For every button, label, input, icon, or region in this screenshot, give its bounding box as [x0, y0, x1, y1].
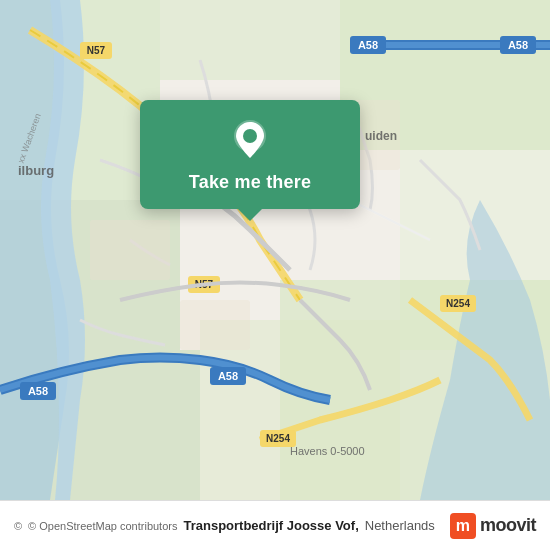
- moovit-m-icon: m: [450, 513, 476, 539]
- moovit-logo: m moovit: [450, 513, 536, 539]
- svg-text:ilburg: ilburg: [18, 163, 54, 178]
- svg-point-33: [243, 129, 257, 143]
- svg-text:N254: N254: [446, 298, 470, 309]
- attribution-text: © OpenStreetMap contributors: [28, 520, 177, 532]
- svg-text:A58: A58: [508, 39, 528, 51]
- copyright-symbol: ©: [14, 520, 22, 532]
- svg-text:Havens 0-5000: Havens 0-5000: [290, 445, 365, 457]
- popup-card[interactable]: Take me there: [140, 100, 360, 209]
- footer-info: © © OpenStreetMap contributors Transport…: [14, 518, 435, 533]
- take-me-there-label: Take me there: [189, 172, 311, 193]
- svg-rect-25: [90, 220, 170, 280]
- moovit-name: moovit: [480, 515, 536, 536]
- location-pin-icon: [228, 118, 272, 162]
- svg-text:uiden: uiden: [365, 129, 397, 143]
- svg-text:A58: A58: [218, 370, 238, 382]
- svg-text:N57: N57: [87, 45, 106, 56]
- svg-text:N254: N254: [266, 433, 290, 444]
- country-name: Netherlands: [365, 518, 435, 533]
- svg-text:A58: A58: [28, 385, 48, 397]
- bottom-bar: © © OpenStreetMap contributors Transport…: [0, 500, 550, 550]
- svg-text:A58: A58: [358, 39, 378, 51]
- svg-rect-26: [180, 300, 250, 350]
- business-name: Transportbedrijf Joosse Vof,: [183, 518, 358, 533]
- svg-rect-3: [160, 0, 340, 80]
- map-container[interactable]: A58 A58 A58 A58 N57 N57 N254 N254: [0, 0, 550, 500]
